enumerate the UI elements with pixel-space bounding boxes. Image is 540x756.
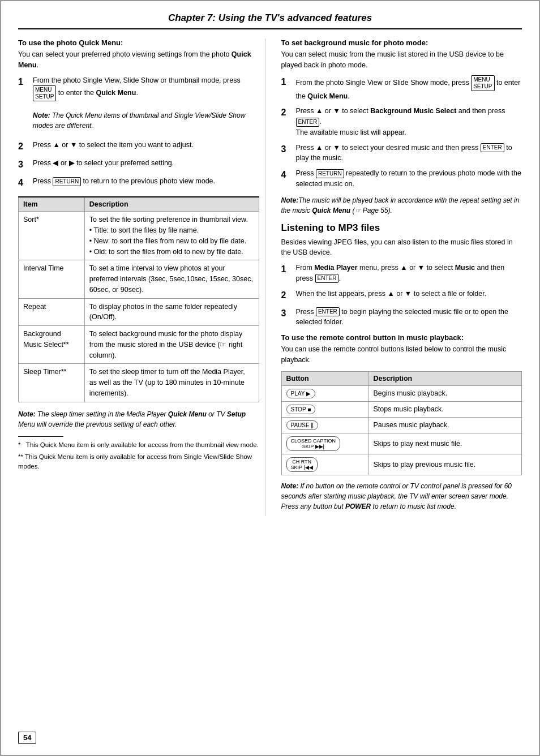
mp3-steps: 1 From Media Player menu, press or to se… bbox=[281, 263, 522, 328]
item-interval: Interval Time bbox=[19, 260, 85, 298]
bg-step-4-number: 4 bbox=[281, 168, 292, 190]
table-row: Repeat To display photos in the same fol… bbox=[19, 298, 259, 326]
step-2: 2 Press or to select the item you want t… bbox=[18, 140, 259, 153]
mp3-step-3-text: Press ENTER to begin playing the selecte… bbox=[296, 307, 522, 328]
bg-step-1-text: From the photo Single View or Slide Show… bbox=[296, 75, 522, 102]
bg-music-intro: You can select music from the music list… bbox=[281, 49, 522, 71]
menu-setup-icon: MENUSETUP bbox=[33, 85, 56, 101]
skip-next-icon: CLOSED CAPTIONSKIP ▶▶| bbox=[286, 436, 341, 451]
chapter-title: Chapter 7: Using the TV's advanced featu… bbox=[18, 12, 522, 29]
btn-stop: STOP ■ bbox=[281, 401, 368, 417]
table-row: Sleep Timer** To set the sleep timer to … bbox=[19, 364, 259, 402]
bg-step-3-number: 3 bbox=[281, 143, 292, 164]
remote-bottom-note: Note: If no button on the remote control… bbox=[281, 481, 522, 512]
return-icon-2: RETURN bbox=[316, 169, 344, 178]
btn-play: PLAY ▶ bbox=[281, 385, 368, 401]
footnote-divider bbox=[18, 436, 63, 437]
step-2-text: Press or to select the item you want to … bbox=[33, 140, 194, 153]
step-4: 4 Press RETURN to return to the previous… bbox=[18, 176, 259, 190]
bg-step-2-number: 2 bbox=[281, 106, 292, 138]
button-table: Button Description PLAY ▶ Begins music p… bbox=[281, 371, 522, 475]
step-2-number: 2 bbox=[18, 140, 28, 153]
desc-repeat: To display photos in the same folder rep… bbox=[84, 298, 259, 326]
quick-menu-steps: 1 From the photo Single View, Slide Show… bbox=[18, 75, 259, 190]
step-1-note-num bbox=[18, 106, 28, 135]
item-sleep: Sleep Timer** bbox=[19, 364, 85, 402]
table-row: Background Music Select** To select back… bbox=[19, 326, 259, 364]
step-4-text: Press RETURN to return to the previous p… bbox=[33, 176, 215, 190]
table-bottom-note: Note: The sleep timer setting in the Med… bbox=[18, 409, 259, 429]
enter-icon-3: ENTER bbox=[315, 274, 339, 283]
btn-row-skip-prev: CH RTNSKIP |◀◀ Skips to play previous mu… bbox=[281, 454, 522, 475]
btn-play-desc: Begins music playback. bbox=[368, 385, 522, 401]
bg-music-heading: To set background music for photo mode: bbox=[281, 38, 522, 47]
item-sort: Sort* bbox=[19, 212, 85, 260]
bg-step-4: 4 Press RETURN repeatedly to return to t… bbox=[281, 168, 522, 190]
pause-icon: PAUSE ‖ bbox=[286, 420, 319, 430]
enter-icon-4: ENTER bbox=[316, 307, 340, 316]
mp3-step-1: 1 From Media Player menu, press or to se… bbox=[281, 263, 522, 284]
enter-icon-2: ENTER bbox=[481, 143, 504, 152]
item-bg-music: Background Music Select** bbox=[19, 326, 85, 364]
mp3-intro: Besides viewing JPEG files, you can also… bbox=[281, 237, 522, 259]
table-row: Interval Time To set a time interval to … bbox=[19, 260, 259, 298]
desc-interval: To set a time interval to view photos at… bbox=[84, 260, 259, 298]
menu-setup-icon-2: MENUSETUP bbox=[471, 75, 494, 91]
mp3-step-1-text: From Media Player menu, press or to sele… bbox=[296, 263, 522, 284]
btn-pause-desc: Pauses music playback. bbox=[368, 417, 522, 433]
page-number: 54 bbox=[18, 732, 36, 744]
bg-step-1-number: 1 bbox=[281, 75, 292, 102]
remote-control-heading: To use the remote control button in musi… bbox=[281, 333, 522, 342]
desc-sort: To set the file sorting preference in th… bbox=[84, 212, 259, 260]
btn-skip-prev: CH RTNSKIP |◀◀ bbox=[281, 454, 368, 475]
btn-pause: PAUSE ‖ bbox=[281, 417, 368, 433]
skip-prev-icon: CH RTNSKIP |◀◀ bbox=[286, 457, 318, 472]
btn-stop-desc: Stops music playback. bbox=[368, 401, 522, 417]
two-column-layout: To use the photo Quick Menu: You can sel… bbox=[18, 38, 522, 516]
return-icon: RETURN bbox=[53, 177, 81, 186]
item-table: Item Description Sort* To set the file s… bbox=[18, 196, 259, 402]
right-column: To set background music for photo mode: … bbox=[279, 38, 522, 516]
btn-col-button: Button bbox=[281, 371, 368, 385]
step-3: 3 Press or to select your preferred sett… bbox=[18, 158, 259, 171]
bg-step-3: 3 Press or to select your desired music … bbox=[281, 143, 522, 164]
btn-skip-prev-desc: Skips to play previous music file. bbox=[368, 454, 522, 475]
mp3-step-3-number: 3 bbox=[281, 307, 292, 328]
btn-col-desc: Description bbox=[368, 371, 522, 385]
quick-menu-heading: To use the photo Quick Menu: bbox=[18, 38, 259, 47]
col-description: Description bbox=[84, 197, 259, 212]
step-1: 1 From the photo Single View, Slide Show… bbox=[18, 75, 259, 102]
btn-row-pause: PAUSE ‖ Pauses music playback. bbox=[281, 417, 522, 433]
btn-skip-next-desc: Skips to play next music file. bbox=[368, 433, 522, 454]
bg-step-2: 2 Press or to select Background Music Se… bbox=[281, 106, 522, 138]
item-repeat: Repeat bbox=[19, 298, 85, 326]
col-item: Item bbox=[19, 197, 85, 212]
bg-step-2-text: Press or to select Background Music Sele… bbox=[296, 106, 522, 138]
step-4-number: 4 bbox=[18, 176, 28, 190]
btn-row-play: PLAY ▶ Begins music playback. bbox=[281, 385, 522, 401]
mp3-step-1-number: 1 bbox=[281, 263, 292, 284]
bg-music-steps: 1 From the photo Single View or Slide Sh… bbox=[281, 75, 522, 190]
footnote-1: * This Quick Menu item is only available… bbox=[18, 440, 259, 450]
mp3-step-3: 3 Press ENTER to begin playing the selec… bbox=[281, 307, 522, 328]
page: Chapter 7: Using the TV's advanced featu… bbox=[0, 0, 540, 756]
btn-skip-next: CLOSED CAPTIONSKIP ▶▶| bbox=[281, 433, 368, 454]
play-icon: PLAY ▶ bbox=[286, 389, 315, 398]
mp3-step-2: 2 When the list appears, press or to sel… bbox=[281, 289, 522, 302]
step-1-note: Note: The Quick Menu items of thumbnail … bbox=[18, 106, 259, 135]
table-row: Sort* To set the file sorting preference… bbox=[19, 212, 259, 260]
step-1-number: 1 bbox=[18, 75, 28, 102]
bg-step-3-text: Press or to select your desired music an… bbox=[296, 143, 522, 164]
step-3-text: Press or to select your preferred settin… bbox=[33, 158, 174, 171]
remote-control-intro: You can use the remote control buttons l… bbox=[281, 344, 522, 366]
desc-bg-music: To select background music for the photo… bbox=[84, 326, 259, 364]
stop-icon: STOP ■ bbox=[286, 405, 316, 414]
step-1-text: From the photo Single View, Slide Show o… bbox=[33, 75, 259, 102]
bg-step-4-text: Press RETURN repeatedly to return to the… bbox=[296, 168, 522, 190]
mp3-step-2-text: When the list appears, press or to selec… bbox=[296, 289, 487, 302]
mp3-section-title: Listening to MP3 files bbox=[281, 222, 522, 234]
btn-row-skip-next: CLOSED CAPTIONSKIP ▶▶| Skips to play nex… bbox=[281, 433, 522, 454]
desc-sleep: To set the sleep timer to turn off the M… bbox=[84, 364, 259, 402]
footnote-2: ** This Quick Menu item is only availabl… bbox=[18, 452, 259, 472]
left-column: To use the photo Quick Menu: You can sel… bbox=[18, 38, 265, 516]
